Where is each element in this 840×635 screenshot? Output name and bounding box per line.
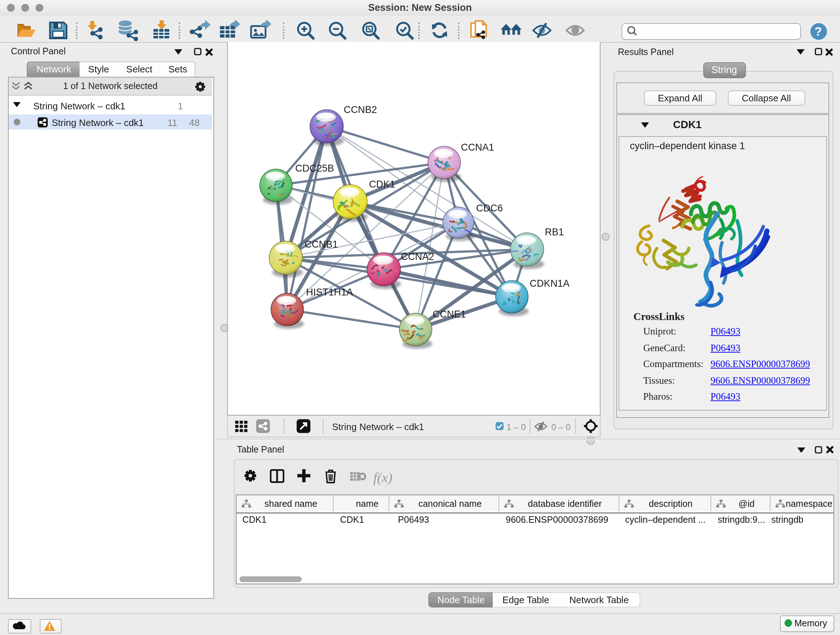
svg-text:CDC25B: CDC25B (295, 163, 334, 174)
svg-text:CDC6: CDC6 (476, 203, 503, 214)
svg-text:CCNB1: CCNB1 (305, 239, 338, 250)
svg-text:CCNA1: CCNA1 (461, 141, 494, 153)
svg-text:HIST1H1A: HIST1H1A (306, 287, 354, 298)
svg-text:RB1: RB1 (545, 226, 564, 238)
svg-text:CDK1: CDK1 (369, 179, 395, 190)
svg-text:CCNA2: CCNA2 (401, 251, 434, 262)
svg-text:CCNE1: CCNE1 (433, 309, 466, 320)
svg-text:CCNB2: CCNB2 (344, 104, 377, 115)
svg-text:CDKN1A: CDKN1A (530, 278, 570, 289)
